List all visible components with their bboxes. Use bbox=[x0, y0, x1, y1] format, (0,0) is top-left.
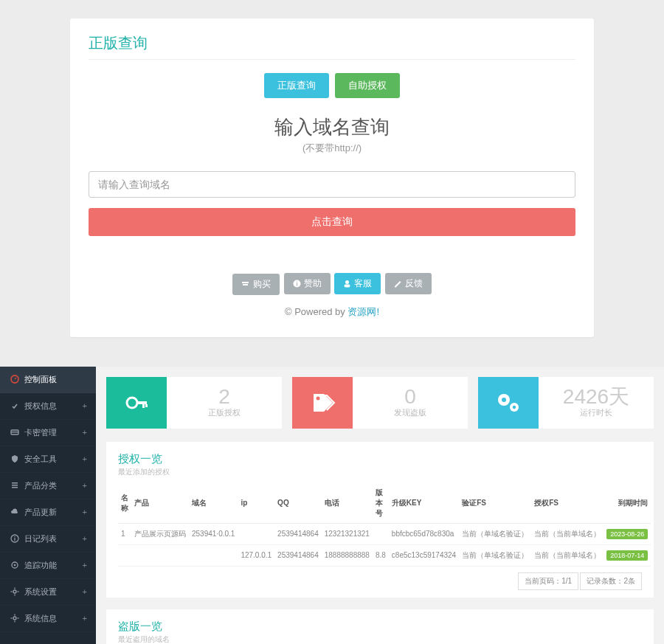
sidebar-item-dashboard[interactable]: 控制面板 bbox=[0, 367, 96, 393]
expand-icon: + bbox=[83, 508, 87, 516]
sidebar-item-gear[interactable]: 系统设置+ bbox=[0, 579, 96, 606]
svg-point-17 bbox=[14, 564, 16, 567]
table-cell: 18888888888 bbox=[322, 544, 373, 566]
table-cell: bbfcbc65d78c830a bbox=[389, 523, 459, 544]
pirate-list-title: 盗版一览 bbox=[118, 620, 642, 634]
stat-value: 0 bbox=[404, 387, 416, 407]
domain-input[interactable] bbox=[89, 171, 575, 198]
card-icon bbox=[10, 428, 19, 437]
sidebar-item-label: 系统设置 bbox=[24, 586, 57, 598]
table-cell: 127.0.0.1 bbox=[238, 544, 274, 566]
table-row[interactable]: 127.0.0.12539414864188888888888.8c8e5c13… bbox=[118, 544, 651, 566]
expand-icon: + bbox=[83, 401, 87, 410]
stat-label: 运行时长 bbox=[580, 407, 612, 418]
svg-rect-30 bbox=[142, 404, 145, 408]
panel-title: 正版查询 bbox=[89, 33, 575, 60]
auth-col-header: 名称 bbox=[118, 483, 131, 524]
cart-icon bbox=[241, 280, 250, 288]
cogs-icon bbox=[478, 377, 539, 429]
svg-point-32 bbox=[317, 396, 320, 400]
auth-col-header: 电话 bbox=[322, 483, 373, 524]
auth-list-title: 授权一览 bbox=[118, 452, 642, 466]
query-submit-button[interactable]: 点击查询 bbox=[89, 208, 575, 236]
auth-col-header: ip bbox=[238, 483, 274, 524]
table-cell: c8e5c13c59174324 bbox=[389, 544, 459, 566]
sidebar-item-label: 产品更新 bbox=[24, 507, 57, 518]
pirate-list-sub: 最近盗用的域名 bbox=[118, 634, 642, 645]
stat-card-key: 2正版授权 bbox=[106, 377, 282, 429]
sponsor-label: 赞助 bbox=[304, 277, 322, 290]
sponsor-button[interactable]: 赞助 bbox=[284, 273, 331, 294]
table-cell bbox=[189, 544, 238, 566]
svg-rect-10 bbox=[12, 482, 18, 484]
expand-icon: + bbox=[83, 561, 87, 569]
sidebar-item-list[interactable]: 产品分类+ bbox=[0, 473, 96, 499]
svg-rect-9 bbox=[11, 432, 18, 432]
table-cell: 12321321321 bbox=[322, 523, 373, 544]
table-cell: 当前（单域名验证） bbox=[459, 544, 531, 566]
expiry-badge: 2018-07-14 bbox=[606, 550, 648, 561]
sidebar-item-label: 追踪功能 bbox=[24, 560, 57, 571]
feedback-button[interactable]: 反馈 bbox=[385, 273, 432, 294]
pirate-list-card: 盗版一览 最近盗用的域名 ID域名录入时间 bbox=[106, 609, 654, 645]
tab-genuine-query[interactable]: 正版查询 bbox=[264, 73, 329, 98]
gear-icon bbox=[10, 587, 19, 596]
auth-list-card: 授权一览 最近添加的授权 名称产品域名ipQQ电话版本号升级KEY验证FS授权F… bbox=[106, 442, 654, 598]
table-cell: 253941·0.0.1 bbox=[189, 523, 238, 544]
svg-point-18 bbox=[13, 590, 16, 593]
expand-icon: + bbox=[83, 428, 87, 437]
powered-by: © Powered by 资源网! bbox=[89, 305, 575, 319]
sidebar-item-gear[interactable]: 系统信息+ bbox=[0, 606, 96, 632]
auth-col-header: 版本号 bbox=[373, 483, 389, 524]
sidebar-item-cloud[interactable]: 产品更新+ bbox=[0, 499, 96, 526]
stat-value: 2 bbox=[218, 387, 230, 407]
sidebar-item-track[interactable]: 追踪功能+ bbox=[0, 553, 96, 579]
auth-col-header: 验证FS bbox=[459, 483, 531, 524]
powered-prefix: © Powered by bbox=[285, 306, 347, 317]
table-cell bbox=[238, 523, 274, 544]
service-button[interactable]: 客服 bbox=[334, 273, 381, 294]
key-icon bbox=[106, 377, 167, 429]
auth-col-header: 到期时间 bbox=[604, 483, 651, 524]
stat-card-cogs: 2426天运行时长 bbox=[478, 377, 654, 429]
table-cell: 当前（单域名验证） bbox=[459, 523, 531, 544]
info-icon bbox=[293, 280, 301, 288]
powered-link[interactable]: 资源网! bbox=[347, 306, 379, 317]
svg-rect-4 bbox=[297, 282, 297, 283]
gear-icon bbox=[10, 614, 19, 623]
svg-point-28 bbox=[127, 398, 137, 408]
expand-icon: + bbox=[83, 614, 87, 623]
table-cell: 2539414864 bbox=[274, 523, 322, 544]
svg-point-36 bbox=[513, 405, 516, 408]
feedback-label: 反馈 bbox=[405, 277, 423, 290]
pager: 当前页码：1/1 记录条数：2条 bbox=[118, 572, 642, 590]
sidebar-item-label: 产品分类 bbox=[24, 480, 57, 491]
svg-rect-31 bbox=[145, 404, 148, 407]
expand-icon: + bbox=[83, 481, 87, 490]
pager-page[interactable]: 当前页码：1/1 bbox=[518, 572, 578, 590]
sidebar-item-label: 控制面板 bbox=[24, 374, 57, 385]
auth-icon bbox=[10, 401, 19, 410]
svg-rect-6 bbox=[345, 285, 350, 288]
track-icon bbox=[10, 561, 19, 569]
sidebar-item-card[interactable]: 卡密管理+ bbox=[0, 420, 96, 446]
sidebar-item-auth[interactable]: 授权信息+ bbox=[0, 393, 96, 420]
sidebar-item-shield[interactable]: 安全工具+ bbox=[0, 446, 96, 473]
genuine-query-panel: 正版查询 正版查询 自助授权 输入域名查询 (不要带http://) 点击查询 … bbox=[70, 18, 594, 337]
query-heading: 输入域名查询 bbox=[89, 114, 575, 140]
tag-icon bbox=[292, 377, 353, 429]
auth-col-header: 升级KEY bbox=[389, 483, 459, 524]
svg-rect-1 bbox=[243, 284, 248, 285]
sidebar-item-label: 安全工具 bbox=[24, 454, 57, 465]
expiry-cell: 2023-08-26 bbox=[604, 523, 651, 544]
buy-button[interactable]: 购买 bbox=[232, 274, 280, 295]
auth-table-header: 名称产品域名ipQQ电话版本号升级KEY验证FS授权FS到期时间 bbox=[118, 483, 651, 524]
table-row[interactable]: 1产品展示页源码253941·0.0.125394148641232132132… bbox=[118, 523, 651, 544]
shield-icon bbox=[10, 454, 19, 463]
svg-rect-15 bbox=[14, 536, 15, 537]
sidebar-item-info[interactable]: 日记列表+ bbox=[0, 526, 96, 553]
tab-self-auth[interactable]: 自助授权 bbox=[335, 73, 400, 98]
sidebar-item-label: 日记列表 bbox=[24, 533, 57, 544]
service-label: 客服 bbox=[354, 277, 372, 290]
pager-count[interactable]: 记录条数：2条 bbox=[580, 572, 642, 590]
